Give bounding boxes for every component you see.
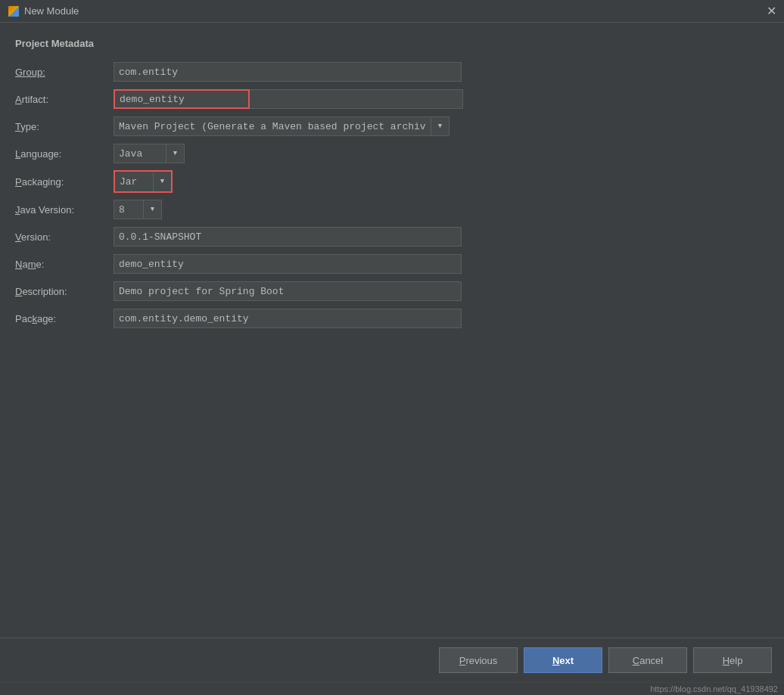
description-row: Description: [15,281,769,302]
version-label: Version: [15,231,114,243]
version-row: Version: [15,226,769,247]
close-button[interactable]: ✕ [767,5,776,17]
window-title: New Module [24,5,79,17]
artifact-input-extra[interactable] [250,89,463,109]
url-bar: https://blog.csdn.net/qq_41938492 [0,682,784,695]
java-version-label: Java Version: [15,204,114,216]
name-row: Name: [15,253,769,275]
cancel-button[interactable]: Cancel [608,647,687,673]
type-dropdown-container: ▼ [114,116,450,136]
type-label: Type: [15,121,114,132]
type-dropdown-btn[interactable]: ▼ [431,116,450,136]
group-row: Group: [15,61,769,82]
url-text: https://blog.csdn.net/qq_41938492 [650,684,778,693]
language-label: Language: [15,148,114,160]
language-dropdown-btn[interactable]: ▼ [166,144,185,163]
package-label: Package: [15,313,114,324]
language-input[interactable] [114,144,166,163]
next-label: Next [552,655,574,666]
version-input[interactable] [114,227,462,247]
java-version-input[interactable] [114,200,144,219]
artifact-input[interactable] [114,89,250,109]
type-input[interactable] [114,116,431,136]
button-bar: Previous Next Cancel Help [0,638,784,682]
packaging-input[interactable] [115,172,153,191]
name-label: Name: [15,259,114,270]
chevron-down-icon: ▼ [173,150,177,157]
cancel-label: Cancel [633,655,663,666]
next-button[interactable]: Next [524,647,602,673]
description-label: Description: [15,286,114,297]
artifact-row: Artifact: [15,88,769,110]
chevron-down-icon: ▼ [151,206,154,213]
language-row: Language: ▼ [15,143,769,164]
chevron-down-icon: ▼ [438,123,442,130]
group-input[interactable] [114,62,462,82]
type-row: Type: ▼ [15,116,769,137]
section-title: Project Metadata [15,38,769,49]
form-area: Group: Artifact: Type: [15,61,769,335]
group-label: Group: [15,67,114,78]
packaging-dropdown-btn[interactable]: ▼ [153,172,171,191]
main-content: Project Metadata Group: Artifact: [0,23,784,638]
language-dropdown-container: ▼ [114,144,185,163]
new-module-window: New Module ✕ Project Metadata Group: Art… [0,0,784,695]
description-input[interactable] [114,281,462,301]
java-version-dropdown-btn[interactable]: ▼ [144,200,162,219]
module-icon [8,5,20,17]
chevron-down-icon: ▼ [160,178,164,185]
packaging-row: Packaging: ▼ [15,170,769,193]
java-version-row: Java Version: ▼ [15,199,769,220]
title-bar: New Module ✕ [0,0,784,23]
java-version-container: ▼ [114,200,162,219]
help-button[interactable]: Help [693,647,772,673]
package-row: Package: [15,308,769,329]
name-input[interactable] [114,254,462,274]
help-label: Help [723,655,743,666]
artifact-label: Artifact: [15,94,114,105]
packaging-container: ▼ [114,170,173,193]
packaging-label: Packaging: [15,176,114,188]
title-bar-left: New Module [8,5,79,17]
previous-label: Previous [459,655,498,666]
package-input[interactable] [114,309,462,328]
previous-button[interactable]: Previous [439,647,518,673]
